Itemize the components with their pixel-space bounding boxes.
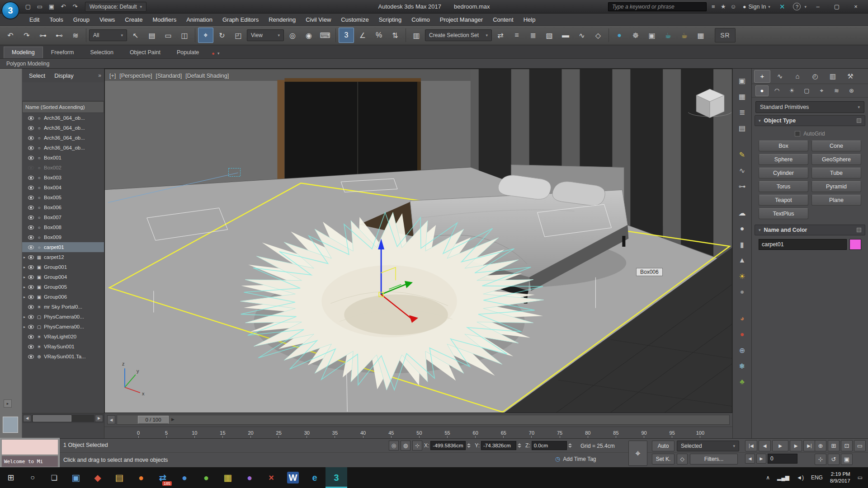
select-and-move-icon[interactable]: ⌖ xyxy=(198,28,213,43)
align-icon[interactable]: ≡ xyxy=(509,28,524,43)
spinner-snap-icon[interactable]: ⇅ xyxy=(387,28,403,43)
tab-modify[interactable]: ∿ xyxy=(772,70,788,83)
menu-item[interactable]: Create xyxy=(120,14,147,25)
visibility-eye-icon[interactable] xyxy=(28,166,34,170)
scene-explorer-row[interactable]: ▸ ▣ Group004 xyxy=(22,272,104,282)
taskbar-app-mail[interactable]: ▣ xyxy=(65,467,87,488)
search-filter-icon[interactable]: ≡ xyxy=(708,1,718,12)
ribbon-tab[interactable]: Object Paint xyxy=(122,47,169,58)
expand-arrow-icon[interactable]: ▸ xyxy=(24,255,28,259)
taskbar-app-word[interactable]: W xyxy=(282,467,304,488)
taskbar-app-autodesk[interactable]: ◆ xyxy=(87,467,108,488)
taskbar-app-media[interactable]: ● xyxy=(239,467,260,488)
volume-icon[interactable]: ◄) xyxy=(793,467,807,488)
z-coordinate-input[interactable] xyxy=(532,441,567,450)
expand-arrow-icon[interactable]: ▸ xyxy=(24,265,28,269)
previous-frame-icon[interactable]: ◀ xyxy=(759,440,771,451)
cat-spacewarps[interactable]: ≋ xyxy=(830,85,843,96)
key-set-dropdown[interactable]: Selected ▾ xyxy=(677,441,739,451)
viewport-label-segment[interactable]: [Standard] xyxy=(156,73,182,79)
hidden-icons-chevron[interactable]: ∧ xyxy=(762,467,774,488)
ribbon-tab[interactable]: Selection xyxy=(82,47,121,58)
scene-explorer-row[interactable]: ▸ ▣ Group005 xyxy=(22,282,104,292)
save-file-icon[interactable]: ▣ xyxy=(46,1,57,12)
track-bar[interactable]: 0510152025303540455055606570758085909510… xyxy=(104,427,732,438)
expand-arrow-icon[interactable]: ▸ xyxy=(24,285,28,289)
redo-icon[interactable]: ↷ xyxy=(70,1,80,12)
scene-explorer-row[interactable]: ○ Box001 xyxy=(22,153,104,163)
scene-explorer-row[interactable]: ☀ mr Sky Portal0... xyxy=(22,302,104,312)
menu-item[interactable]: Rendering xyxy=(264,14,301,25)
cat-lights[interactable]: ☀ xyxy=(785,85,798,96)
go-to-start-icon[interactable]: |◀ xyxy=(745,440,757,451)
scene-explorer-row[interactable]: ⊕ VRaySun001.Ta... xyxy=(22,352,104,361)
schematic-view-icon[interactable]: ◇ xyxy=(590,28,606,43)
menu-item[interactable]: Views xyxy=(94,14,120,25)
undo-icon[interactable]: ↶ xyxy=(3,28,18,43)
primitive-button[interactable]: Cylinder xyxy=(759,168,808,178)
scene-explorer-row[interactable]: ▸ ▦ carpet12 xyxy=(22,252,104,262)
scene-explorer-row[interactable]: ○ Box002 xyxy=(22,163,104,173)
visibility-eye-icon[interactable] xyxy=(28,315,34,319)
visibility-eye-icon[interactable] xyxy=(28,136,34,140)
sun-light-icon[interactable]: ☀ xyxy=(736,270,749,282)
expand-arrow-icon[interactable]: ▸ xyxy=(24,325,28,329)
minimized-window-thumb[interactable] xyxy=(3,417,18,433)
visibility-eye-icon[interactable] xyxy=(28,196,34,200)
taskbar-app-utility[interactable]: × xyxy=(260,467,282,488)
visibility-eye-icon[interactable] xyxy=(28,126,34,130)
zoom-extents-icon[interactable]: ⊡ xyxy=(841,440,853,451)
set-keys-button[interactable]: ⌖ xyxy=(628,441,647,466)
menu-item[interactable]: Tools xyxy=(44,14,68,25)
pan-icon[interactable]: ⊹ xyxy=(815,454,826,465)
visibility-eye-icon[interactable] xyxy=(28,305,34,309)
selection-lock-icon[interactable]: ◍ xyxy=(401,441,410,450)
tab-motion[interactable]: ◴ xyxy=(807,70,823,83)
visibility-eye-icon[interactable] xyxy=(28,275,34,279)
menu-item[interactable]: Colimo xyxy=(406,14,434,25)
scene-explorer-row[interactable]: ○ Arch36_064_ob... xyxy=(22,123,104,133)
render-production-icon[interactable]: ☕ xyxy=(660,28,676,43)
go-to-end-icon[interactable]: ▶| xyxy=(803,440,816,451)
polygon-modeling-panel[interactable]: Polygon Modeling xyxy=(0,59,868,69)
visibility-eye-icon[interactable] xyxy=(28,186,34,190)
snowflake-icon[interactable]: ❄ xyxy=(736,360,749,372)
select-and-rotate-icon[interactable]: ↻ xyxy=(214,28,230,43)
object-type-rollout-header[interactable]: ▾ Object Type xyxy=(755,115,865,126)
taskbar-app-firefox[interactable]: ● xyxy=(130,467,152,488)
scene-explorer-row[interactable]: ▸ ▣ Group006 xyxy=(22,292,104,302)
new-scene-icon[interactable]: ▢ xyxy=(23,1,33,12)
unlink-selection-icon[interactable]: ⊷ xyxy=(52,28,67,43)
toggle-scene-explorer-icon[interactable]: ▧ xyxy=(542,28,557,43)
menu-item[interactable]: Group xyxy=(68,14,94,25)
absolute-offset-icon[interactable]: ⊹ xyxy=(412,441,422,450)
chain-link-icon[interactable]: ⊶ xyxy=(736,180,749,192)
spinner-icon[interactable] xyxy=(568,443,572,448)
object-name-input[interactable] xyxy=(759,239,847,250)
visibility-eye-icon[interactable] xyxy=(28,265,34,269)
previous-key-icon[interactable]: ◀ xyxy=(745,454,755,464)
visibility-eye-icon[interactable] xyxy=(28,245,34,249)
frame-back-icon[interactable]: ◀ xyxy=(107,415,115,424)
next-key-icon[interactable]: ▶ xyxy=(756,454,766,464)
scroll-right-icon[interactable]: ▶ xyxy=(95,415,103,422)
snaps-toggle-icon[interactable]: 3 xyxy=(339,28,354,43)
zoom-region-icon[interactable]: ▭ xyxy=(854,440,866,451)
workspace-selector[interactable]: Workspace: Default ▾ xyxy=(85,2,146,12)
close-button[interactable]: × xyxy=(846,0,865,13)
primitive-button[interactable]: TextPlus xyxy=(759,208,808,219)
expand-arrow-icon[interactable]: ▸ xyxy=(24,275,28,279)
spinner-icon[interactable] xyxy=(467,443,471,448)
y-coordinate-input[interactable] xyxy=(481,441,516,450)
menu-item[interactable]: Graph Editors xyxy=(217,14,264,25)
viewport-label-segment[interactable]: [Perspective] xyxy=(119,73,152,79)
scene-explorer-row[interactable]: ▸ ▣ Group001 xyxy=(22,262,104,272)
isolate-selection-icon[interactable]: ◎ xyxy=(389,441,399,450)
filters-button[interactable]: Filters... xyxy=(690,454,738,465)
visibility-eye-icon[interactable] xyxy=(28,206,34,210)
maximize-button[interactable]: ▢ xyxy=(827,0,846,13)
viewport-label-segment[interactable]: [Default Shading] xyxy=(185,73,229,79)
set-key-button[interactable]: Set K. xyxy=(652,454,675,465)
tab-utilities[interactable]: ⚒ xyxy=(842,70,859,83)
render-iterative-icon[interactable]: ☕ xyxy=(677,28,692,43)
